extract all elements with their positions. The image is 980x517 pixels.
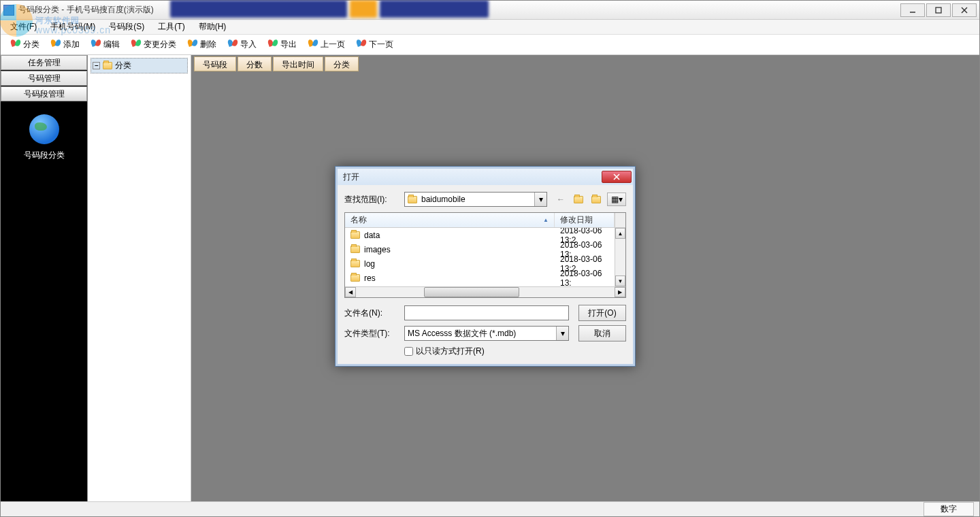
up-folder-button[interactable] [572,193,585,206]
dialog-close-button[interactable] [602,171,632,183]
back-button[interactable]: ← [554,193,568,206]
butterfly-icon [267,39,278,50]
folder-icon [350,274,360,282]
lookin-value: baidumobile [421,195,466,204]
svg-rect-1 [936,7,941,13]
tb-edit[interactable]: 编辑 [86,37,124,52]
scroll-thumb[interactable] [424,287,519,297]
sort-indicator-icon: ▲ [543,217,549,223]
tab-segment[interactable]: 号码段 [194,56,236,71]
col-name[interactable]: 名称 ▲ [345,213,555,227]
tb-change-category[interactable]: 变更分类 [127,37,180,52]
chevron-down-icon[interactable]: ▾ [534,193,546,206]
tab-export-time[interactable]: 导出时间 [273,56,323,71]
folder-icon [408,196,417,203]
data-tabs: 号码段 分数 导出时间 分类 [191,55,979,71]
minimize-button[interactable] [900,3,925,17]
readonly-label: 以只读方式打开(R) [416,346,485,357]
folder-icon [350,260,360,267]
tab-score[interactable]: 分数 [238,56,272,71]
view-menu-button[interactable]: ▦▾ [607,193,626,206]
scroll-right-icon[interactable]: ▶ [615,287,625,297]
readonly-checkbox[interactable]: 以只读方式打开(R) [404,346,626,357]
folder-icon [350,246,360,253]
tb-export[interactable]: 导出 [263,37,301,52]
open-button[interactable]: 打开(O) [578,305,626,321]
filetype-value: MS Accesss 数据文件 (*.mdb) [408,328,516,339]
close-button[interactable] [952,3,977,17]
file-list-body[interactable]: data 2018-03-06 13:2 images 2018-03-06 1… [345,228,615,286]
tb-next-page[interactable]: 下一页 [352,37,397,52]
file-list-header: 名称 ▲ 修改日期 [345,213,625,228]
folder-icon [103,62,112,69]
menu-tools[interactable]: 工具(T) [151,20,191,34]
lookin-select[interactable]: baidumobile ▾ [404,192,547,207]
chevron-down-icon[interactable]: ▾ [556,327,568,340]
dialog-title: 打开 [343,171,602,183]
filetype-select[interactable]: MS Accesss 数据文件 (*.mdb) ▾ [404,326,569,341]
side-tab-segments[interactable]: 号码段管理 [1,86,87,101]
scroll-down-icon[interactable]: ▼ [615,276,625,286]
butterfly-icon [356,39,367,50]
header-scroll-spacer [615,213,625,227]
folder-up-icon [574,196,583,203]
side-tab-numbers[interactable]: 号码管理 [1,71,87,86]
butterfly-icon [91,39,101,50]
tb-delete[interactable]: 删除 [183,37,220,52]
butterfly-icon [50,39,61,50]
filename-label: 文件名(N): [344,307,404,319]
scroll-left-icon[interactable]: ◀ [345,287,356,297]
vertical-scrollbar[interactable]: ▲ ▼ [615,228,625,286]
tree-root-label: 分类 [115,60,131,71]
lookin-label: 查找范围(I): [344,194,404,205]
menu-segment[interactable]: 号码段(S) [102,20,151,34]
statusbar: 数字 [1,501,979,516]
dialog-titlebar: 打开 [338,169,633,185]
file-row[interactable]: res 2018-03-06 13: [345,271,615,285]
tb-add[interactable]: 添加 [46,37,84,52]
horizontal-scrollbar[interactable]: ◀ ▶ [345,286,625,297]
menu-phone[interactable]: 手机号码(M) [44,20,102,34]
new-folder-button[interactable] [589,193,603,206]
butterfly-icon [308,39,318,50]
app-icon [3,5,14,16]
tab-category[interactable]: 分类 [325,56,359,71]
butterfly-icon [227,39,238,50]
side-tab-tasks[interactable]: 任务管理 [1,55,87,70]
menu-file[interactable]: 文件(F) [3,20,44,34]
tb-prev-page[interactable]: 上一页 [304,37,349,52]
toolbar: 分类 添加 编辑 变更分类 删除 导入 导出 上一页 下一页 [1,35,979,55]
side-item-segment-category[interactable]: 号码段分类 [24,114,65,161]
scroll-up-icon[interactable]: ▲ [615,228,625,239]
tree-collapse-icon[interactable]: ‒ [93,62,100,69]
menubar: 文件(F) 手机号码(M) 号码段(S) 工具(T) 帮助(H) [1,20,979,35]
menu-help[interactable]: 帮助(H) [192,20,233,34]
filetype-label: 文件类型(T): [344,328,404,339]
cancel-button[interactable]: 取消 [578,325,626,341]
col-date[interactable]: 修改日期 [555,213,615,227]
obscured-header-region [170,0,783,18]
side-item-label: 号码段分类 [24,150,65,161]
side-panel: 任务管理 号码管理 号码段管理 号码段分类 [1,55,88,501]
tb-import[interactable]: 导入 [223,37,261,52]
dialog-body: 查找范围(I): baidumobile ▾ ← ▦▾ 名称 ▲ 修改日期 [338,185,633,364]
globe-icon [29,114,59,144]
butterfly-icon [187,39,198,50]
side-content: 号码段分类 [1,102,87,501]
status-numlock: 数字 [924,502,974,516]
folder-new-icon [591,196,601,203]
readonly-checkbox-input[interactable] [404,347,413,356]
folder-icon [350,231,360,239]
tree-root[interactable]: ‒ 分类 [91,58,188,73]
butterfly-icon [131,39,142,50]
file-list: 名称 ▲ 修改日期 data 2018-03-06 13:2 images 20… [344,212,626,298]
open-file-dialog: 打开 查找范围(I): baidumobile ▾ ← ▦▾ 名称 [335,166,636,367]
tb-category[interactable]: 分类 [6,37,44,52]
tree-panel: ‒ 分类 [88,55,191,501]
filename-input[interactable] [404,305,569,320]
maximize-button[interactable] [926,3,951,17]
butterfly-icon [10,39,21,50]
